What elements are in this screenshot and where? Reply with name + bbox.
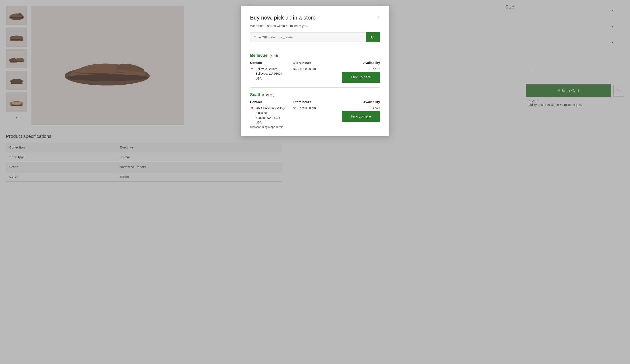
modal-divider-top	[250, 48, 380, 48]
store-entry-bellevue: Bellevue (4 mi) Contact 📍 Bellevue Squar…	[250, 53, 380, 83]
seattle-addr1: 2624 University Village	[256, 106, 286, 110]
store-divider	[250, 87, 380, 88]
store-bellevue-contact-col: Contact 📍 Bellevue Square Bellevue, WA 9…	[250, 61, 293, 83]
zip-search-row	[250, 32, 380, 42]
bellevue-addr1: Bellevue Square	[256, 67, 278, 71]
store-seattle-hours-header: Store hours	[293, 100, 337, 104]
zip-search-button[interactable]	[366, 32, 380, 42]
store-seattle-avail-header: Availability	[363, 100, 380, 104]
modal-subtitle: We found 2 stores within 50 miles of you…	[250, 24, 380, 27]
store-bellevue-details: Contact 📍 Bellevue Square Bellevue, WA 9…	[250, 61, 380, 83]
store-seattle-address: 📍 2624 University Village Plaza NE Seatt…	[250, 106, 293, 125]
modal-title: Buy now, pick up in a store	[250, 14, 316, 21]
store-bellevue-address: 📍 Bellevue Square Bellevue, WA 98004 USA	[250, 67, 293, 81]
store-bellevue-contact-header: Contact	[250, 61, 293, 64]
bellevue-addr3: USA	[256, 77, 262, 80]
store-seattle-contact-header: Contact	[250, 100, 293, 104]
modal-header: Buy now, pick up in a store ×	[250, 14, 380, 21]
store-bellevue-hours-header: Store hours	[293, 61, 337, 64]
seattle-pickup-button[interactable]: Pick up here	[342, 111, 380, 122]
store-bellevue-distance: (4 mi)	[270, 54, 278, 57]
store-seattle-name: Seattle	[250, 92, 264, 97]
store-bellevue-avail-header: Availability	[363, 61, 380, 64]
store-seattle-stock: In stock	[370, 106, 380, 109]
store-seattle-hours-col: Store hours 9:00 am-9:00 pm	[293, 100, 337, 125]
search-icon	[370, 35, 375, 40]
store-seattle-name-row: Seattle (9 mi)	[250, 92, 380, 97]
modal-close-button[interactable]: ×	[377, 14, 380, 19]
store-bellevue-stock: In stock	[370, 67, 380, 70]
store-bellevue-hours: 9:00 am-9:00 pm	[293, 67, 337, 70]
store-seattle-hours: 9:00 am-9:00 pm	[293, 106, 337, 110]
store-bellevue-name-row: Bellevue (4 mi)	[250, 53, 380, 58]
page-background: ▾ Size ▾ ▾ ▾ + Add to Cart ♡ a store	[0, 0, 630, 364]
store-seattle-distance: (9 mi)	[266, 93, 274, 97]
zip-search-input[interactable]	[250, 32, 366, 42]
store-seattle-contact-col: Contact 📍 2624 University Village Plaza …	[250, 100, 293, 125]
seattle-addr4: USA	[256, 121, 262, 124]
store-pickup-modal: Buy now, pick up in a store × We found 2…	[241, 6, 389, 136]
location-icon-seattle: 📍	[250, 106, 254, 112]
location-icon: 📍	[250, 67, 254, 72]
maps-terms-link[interactable]: Microsoft Bing Maps Terms	[250, 125, 283, 129]
bellevue-addr2: Bellevue, WA 98004	[256, 72, 282, 75]
store-bellevue-name: Bellevue	[250, 53, 268, 58]
store-seattle-avail-col: Availability In stock Pick up here	[337, 100, 380, 125]
seattle-addr2: Plaza NE	[256, 111, 268, 114]
seattle-addr3: Seattle, WA 98105	[256, 116, 280, 119]
svg-line-18	[374, 38, 375, 39]
store-bellevue-hours-col: Store hours 9:00 am-9:00 pm	[293, 61, 337, 83]
store-seattle-details: Contact 📍 2624 University Village Plaza …	[250, 100, 380, 125]
store-entry-seattle: Seattle (9 mi) Contact 📍 2624 University…	[250, 92, 380, 125]
maps-terms-row: Microsoft Bing Maps Terms	[250, 125, 380, 129]
store-bellevue-avail-col: Availability In stock Pick up here	[337, 61, 380, 83]
bellevue-pickup-button[interactable]: Pick up here	[342, 72, 380, 83]
